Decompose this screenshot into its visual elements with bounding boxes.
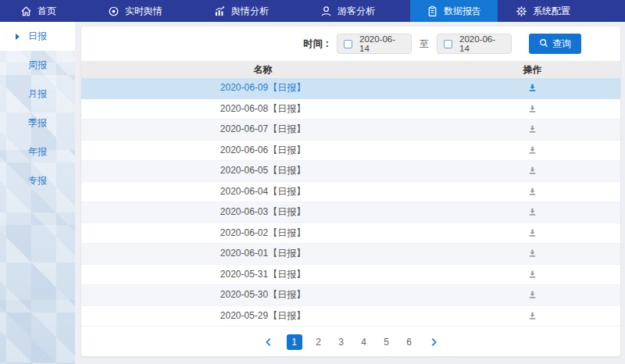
- report-name-link[interactable]: 2020-06-06【日报】: [81, 144, 445, 157]
- table-row[interactable]: 2020-05-31【日报】: [81, 265, 620, 286]
- page-number[interactable]: 4: [358, 337, 370, 348]
- sidebar-item-daily-report[interactable]: 日报: [0, 22, 75, 51]
- report-name-link[interactable]: 2020-05-29【日报】: [81, 309, 445, 323]
- nav-item-label: 舆情分析: [231, 5, 269, 18]
- top-navigation: 首页 实时舆情 舆情分析 游客分析 数据报告 系统配置: [0, 0, 625, 22]
- sidebar-item-label: 周报: [28, 59, 47, 72]
- filter-bar: 时间 : 2020-06-14 至 2020-06-14 查询: [81, 27, 620, 61]
- table-row[interactable]: 2020-06-04【日报】: [81, 182, 620, 203]
- table-row[interactable]: 2020-05-30【日报】: [81, 285, 620, 306]
- sidebar-item-weekly-report[interactable]: 周报: [0, 51, 75, 80]
- date-to-value: 2020-06-14: [459, 34, 505, 53]
- report-name-link[interactable]: 2020-06-04【日报】: [81, 185, 445, 198]
- pagination: 1 2 3 4 5 6: [81, 328, 620, 356]
- sidebar-item-label: 季报: [28, 116, 47, 130]
- prev-page-icon[interactable]: [261, 334, 277, 350]
- table-row[interactable]: 2020-06-01【日报】: [81, 244, 620, 265]
- sidebar-item-quarterly-report[interactable]: 季报: [0, 109, 75, 137]
- search-button[interactable]: 查询: [529, 34, 581, 54]
- table-row[interactable]: 2020-06-06【日报】: [81, 141, 620, 162]
- download-icon[interactable]: [527, 207, 538, 217]
- sidebar-item-label: 年报: [28, 145, 47, 159]
- page-number[interactable]: 1: [287, 334, 302, 350]
- date-range-to-label: 至: [420, 37, 429, 51]
- report-table-body: 2020-06-09【日报】 2020-06-08【日报】 2020-06-07…: [81, 78, 620, 328]
- eye-icon: [108, 5, 120, 17]
- download-icon[interactable]: [527, 166, 538, 176]
- nav-item-label: 系统配置: [533, 5, 570, 18]
- table-row[interactable]: 2020-06-09【日报】: [81, 78, 620, 99]
- download-icon[interactable]: [527, 228, 538, 238]
- download-icon[interactable]: [527, 290, 538, 300]
- nav-item-visitors[interactable]: 游客分析: [304, 0, 391, 22]
- download-icon[interactable]: [527, 187, 538, 197]
- report-icon: [427, 5, 438, 17]
- download-icon[interactable]: [527, 269, 538, 280]
- sidebar: 日报 周报 月报 季报 年报 专报: [0, 22, 75, 364]
- user-icon: [320, 5, 332, 17]
- table-row[interactable]: 2020-06-02【日报】: [81, 223, 620, 244]
- bar-chart-icon: [214, 5, 226, 17]
- active-pointer-icon: [16, 34, 20, 40]
- calendar-icon: [444, 40, 452, 48]
- nav-item-analysis[interactable]: 舆情分析: [198, 0, 285, 22]
- page-number[interactable]: 2: [312, 337, 325, 348]
- nav-item-label: 首页: [38, 5, 56, 18]
- nav-item-home[interactable]: 首页: [0, 0, 73, 22]
- report-name-link[interactable]: 2020-05-31【日报】: [81, 268, 445, 281]
- sidebar-item-label: 月报: [28, 87, 47, 101]
- download-icon[interactable]: [527, 83, 538, 93]
- column-header-name: 名称: [81, 63, 445, 77]
- calendar-icon: [344, 40, 352, 48]
- nav-item-reports[interactable]: 数据报告: [410, 0, 498, 22]
- next-page-icon[interactable]: [426, 334, 441, 350]
- table-row[interactable]: 2020-06-03【日报】: [81, 202, 620, 223]
- table-row[interactable]: 2020-06-07【日报】: [81, 120, 620, 141]
- date-to-picker[interactable]: 2020-06-14: [437, 34, 512, 54]
- search-icon: [539, 38, 548, 50]
- report-name-link[interactable]: 2020-06-08【日报】: [81, 102, 445, 116]
- sidebar-item-yearly-report[interactable]: 年报: [0, 137, 75, 166]
- date-from-picker[interactable]: 2020-06-14: [337, 34, 412, 54]
- nav-item-label: 数据报告: [444, 5, 481, 18]
- report-name-link[interactable]: 2020-06-05【日报】: [81, 164, 445, 177]
- nav-item-label: 实时舆情: [125, 5, 162, 18]
- report-name-link[interactable]: 2020-06-02【日报】: [81, 227, 445, 240]
- download-icon[interactable]: [527, 248, 538, 259]
- download-icon[interactable]: [527, 124, 538, 134]
- report-name-link[interactable]: 2020-05-30【日报】: [81, 288, 445, 302]
- date-from-value: 2020-06-14: [359, 34, 405, 53]
- download-icon[interactable]: [527, 311, 538, 321]
- download-icon[interactable]: [527, 145, 538, 155]
- report-name-link[interactable]: 2020-06-07【日报】: [81, 123, 445, 136]
- page-number[interactable]: 6: [403, 337, 416, 348]
- nav-item-realtime[interactable]: 实时舆情: [91, 0, 179, 22]
- report-name-link[interactable]: 2020-06-01【日报】: [81, 247, 445, 260]
- main-content: 时间 : 2020-06-14 至 2020-06-14 查询 名称 操作: [75, 22, 625, 364]
- table-row[interactable]: 2020-05-29【日报】: [81, 306, 620, 327]
- time-filter-label: 时间 :: [303, 37, 329, 51]
- table-row[interactable]: 2020-06-05【日报】: [81, 161, 620, 182]
- report-name-link[interactable]: 2020-06-03【日报】: [81, 205, 445, 219]
- table-header: 名称 操作: [81, 61, 620, 78]
- report-name-link[interactable]: 2020-06-09【日报】: [81, 81, 445, 95]
- sidebar-item-label: 日报: [28, 30, 47, 43]
- sidebar-item-monthly-report[interactable]: 月报: [0, 80, 75, 109]
- table-row[interactable]: 2020-06-08【日报】: [81, 99, 620, 120]
- nav-item-settings[interactable]: 系统配置: [499, 0, 587, 22]
- search-button-label: 查询: [552, 37, 571, 51]
- nav-item-label: 游客分析: [338, 5, 375, 18]
- sidebar-item-special-report[interactable]: 专报: [0, 166, 75, 195]
- page-number[interactable]: 3: [335, 337, 348, 348]
- content-card: 时间 : 2020-06-14 至 2020-06-14 查询 名称 操作: [81, 27, 620, 356]
- column-header-operation: 操作: [445, 63, 620, 77]
- sidebar-item-label: 专报: [28, 174, 47, 187]
- gear-icon: [516, 5, 527, 17]
- download-icon[interactable]: [527, 104, 538, 114]
- page-number[interactable]: 5: [380, 337, 393, 348]
- home-icon: [20, 5, 32, 17]
